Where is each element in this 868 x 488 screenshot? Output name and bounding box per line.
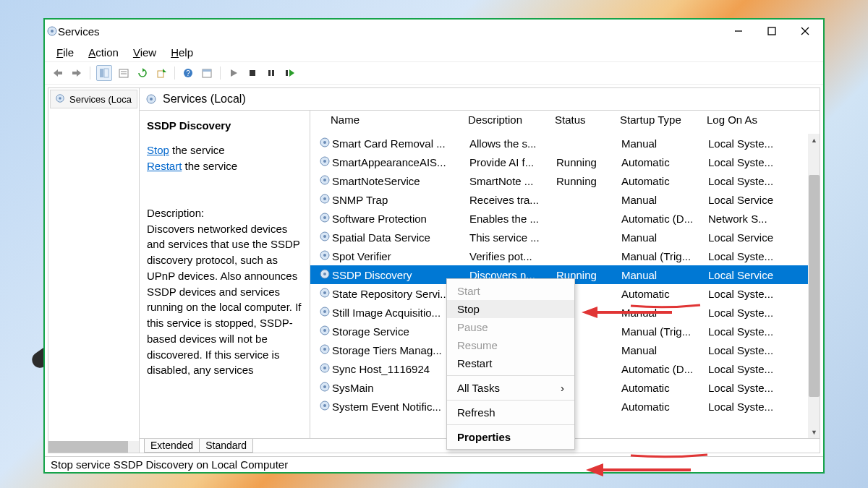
svg-point-43 — [323, 216, 326, 219]
export-list-button[interactable] — [116, 66, 131, 80]
tab-standard[interactable]: Standard — [199, 439, 253, 453]
cell-startup: Automatic — [621, 175, 708, 187]
cell-startup: Manual (Trig... — [621, 325, 708, 338]
gear-icon — [145, 93, 157, 105]
column-headers[interactable]: Name Description Status Startup Type Log… — [310, 111, 820, 129]
forward-button[interactable] — [69, 66, 84, 80]
description-heading: Description: — [147, 205, 302, 221]
scroll-thumb[interactable] — [809, 175, 820, 397]
col-startup[interactable]: Startup Type — [620, 114, 707, 126]
ctx-alltasks[interactable]: All Tasks› — [447, 379, 574, 397]
service-row[interactable]: SmartNoteServiceSmartNote ...RunningAuto… — [310, 171, 820, 190]
cell-name: Smart Card Removal ... — [332, 137, 469, 150]
col-name[interactable]: Name — [331, 114, 468, 126]
gear-icon — [319, 268, 331, 282]
svg-point-37 — [323, 160, 326, 163]
gear-icon — [319, 287, 331, 301]
tree-panel: Services (Loca — [48, 88, 140, 453]
service-row[interactable]: Spatial Data ServiceThis service ...Manu… — [310, 228, 820, 247]
description-text: Discovers networked devices and services… — [147, 221, 302, 379]
gear-icon — [319, 231, 331, 244]
ctx-properties[interactable]: Properties — [447, 428, 574, 446]
svg-rect-11 — [72, 72, 77, 74]
selected-service-name: SSDP Discovery — [147, 118, 302, 134]
ctx-restart[interactable]: Restart — [447, 354, 574, 372]
svg-rect-18 — [158, 71, 163, 77]
svg-marker-10 — [77, 69, 81, 77]
service-row[interactable]: Smart Card Removal ...Allows the s...Man… — [310, 134, 820, 153]
stop-toolbar-button[interactable] — [245, 66, 260, 80]
restart-link[interactable]: Restart — [147, 160, 182, 172]
play-button[interactable] — [226, 66, 241, 80]
help-button[interactable]: ? — [181, 66, 195, 80]
menu-file[interactable]: File — [52, 45, 78, 60]
cell-desc: This service ... — [469, 231, 556, 244]
svg-marker-19 — [163, 69, 166, 72]
cell-logon: Local Syste... — [708, 363, 788, 375]
svg-rect-23 — [203, 69, 211, 72]
gear-icon — [319, 381, 331, 395]
cell-logon: Local Syste... — [708, 250, 788, 262]
svg-rect-9 — [58, 72, 62, 74]
menu-action[interactable]: Action — [84, 45, 123, 60]
minimize-button[interactable] — [722, 20, 755, 42]
cell-logon: Local Syste... — [708, 307, 788, 319]
export-button[interactable] — [154, 66, 169, 80]
cell-startup: Automatic — [621, 156, 708, 168]
cell-name: Software Protection — [332, 213, 469, 225]
ctx-refresh[interactable]: Refresh — [447, 403, 574, 421]
menu-help[interactable]: Help — [166, 45, 197, 60]
window-title: Services — [58, 25, 100, 38]
cell-startup: Automatic — [621, 288, 708, 300]
close-button[interactable] — [788, 20, 822, 42]
service-row[interactable]: Spot VerifierVerifies pot...Manual (Trig… — [310, 247, 820, 265]
ctx-start: Start — [447, 282, 574, 300]
stop-link[interactable]: Stop — [147, 144, 169, 156]
gear-icon — [319, 155, 331, 169]
vscrollbar[interactable]: ▲ ▼ — [808, 134, 820, 438]
pause-toolbar-button[interactable] — [264, 66, 278, 80]
tree-services-local[interactable]: Services (Loca — [50, 90, 137, 108]
cell-logon: Local Service — [708, 194, 788, 206]
tab-extended[interactable]: Extended — [144, 439, 200, 453]
gear-icon — [319, 174, 331, 188]
maximize-button[interactable] — [755, 20, 788, 42]
titlebar[interactable]: Services — [45, 20, 823, 43]
col-logon[interactable]: Log On As — [707, 114, 786, 126]
tree-hscroll[interactable] — [48, 441, 139, 453]
svg-point-47 — [323, 254, 326, 257]
back-button[interactable] — [51, 66, 65, 80]
svg-point-59 — [323, 367, 326, 369]
cell-logon: Local Syste... — [708, 288, 788, 300]
cell-status: Running — [556, 156, 621, 168]
col-description[interactable]: Description — [468, 114, 555, 126]
restart-toolbar-button[interactable] — [283, 66, 297, 80]
refresh-toolbar-button[interactable] — [135, 66, 150, 80]
ctx-stop[interactable]: Stop — [447, 300, 574, 318]
cell-startup: Manual — [621, 231, 708, 244]
toolbar: ? — [45, 61, 823, 85]
properties-toolbar-button[interactable] — [200, 66, 214, 80]
gear-icon — [319, 249, 331, 263]
service-row[interactable]: SNMP TrapReceives tra...ManualLocal Serv… — [310, 190, 820, 209]
gear-icon — [319, 343, 331, 357]
svg-marker-29 — [289, 69, 294, 77]
cell-logon: Local Service — [708, 231, 788, 244]
cell-logon: Local Syste... — [708, 325, 788, 338]
col-status[interactable]: Status — [555, 114, 620, 126]
svg-point-35 — [323, 141, 326, 144]
gear-icon — [319, 400, 331, 414]
scroll-up-icon[interactable]: ▲ — [808, 134, 820, 146]
svg-point-63 — [323, 404, 326, 407]
ctx-pause: Pause — [447, 318, 574, 336]
svg-marker-8 — [54, 69, 58, 77]
show-hide-tree-button[interactable] — [96, 65, 112, 81]
gear-icon — [319, 137, 331, 150]
scroll-down-icon[interactable]: ▼ — [808, 426, 820, 438]
cell-logon: Local Syste... — [708, 344, 788, 356]
cell-logon: Local Service — [708, 269, 788, 281]
service-row[interactable]: Software ProtectionEnables the ...Automa… — [310, 209, 820, 228]
cell-startup: Manual — [621, 137, 708, 150]
menu-view[interactable]: View — [129, 45, 161, 60]
service-row[interactable]: SmartAppearanceAIS...Provide AI f...Runn… — [310, 153, 820, 171]
